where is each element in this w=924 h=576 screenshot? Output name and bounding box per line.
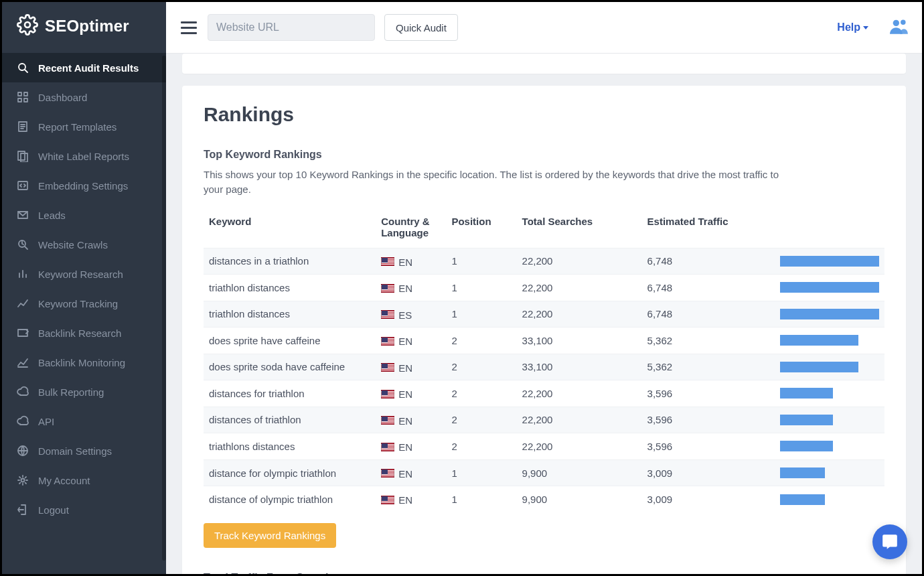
cell-language: EN <box>398 283 412 294</box>
cell-traffic-bar <box>775 433 884 460</box>
cell-keyword: triathlon distances <box>204 275 376 301</box>
sidebar-item-logout[interactable]: Logout <box>2 495 166 524</box>
us-flag-icon <box>381 310 394 319</box>
cell-traffic: 3,596 <box>642 407 775 433</box>
chevron-down-icon <box>863 26 868 29</box>
cell-traffic-bar <box>775 248 884 275</box>
cell-keyword: triathlon distances <box>204 301 376 328</box>
cell-keyword: distances of triathlon <box>204 407 376 433</box>
cell-searches: 33,100 <box>517 354 642 380</box>
cell-keyword: distances for triathlon <box>204 380 376 407</box>
cell-position: 1 <box>446 275 516 301</box>
sidebar-item-label: Backlink Monitoring <box>38 357 125 368</box>
cell-keyword: distance for olympic triathlon <box>204 459 376 486</box>
embed-icon <box>17 179 29 192</box>
sidebar-item-website-crawls[interactable]: Website Crawls <box>2 230 166 259</box>
us-flag-icon <box>381 390 394 399</box>
brand-name: SEOptimer <box>45 17 129 35</box>
cell-country-lang: EN <box>376 275 446 301</box>
cell-traffic: 6,748 <box>642 248 775 275</box>
cell-country-lang: EN <box>376 433 446 460</box>
cell-country-lang: EN <box>376 328 446 354</box>
cell-position: 2 <box>446 407 516 433</box>
sidebar-item-bulk-reporting[interactable]: Bulk Reporting <box>2 377 166 407</box>
cell-searches: 22,200 <box>517 275 642 301</box>
cell-country-lang: EN <box>376 459 446 486</box>
section-title: Top Keyword Rankings <box>204 149 884 161</box>
help-dropdown[interactable]: Help <box>837 21 868 33</box>
table-row: does sprite soda have caffeineEN233,1005… <box>204 354 884 380</box>
track-keyword-rankings-button[interactable]: Track Keyword Rankings <box>204 523 336 548</box>
table-row: distances for triathlonEN222,2003,596 <box>204 380 884 407</box>
svg-line-2 <box>25 70 27 72</box>
cell-language: EN <box>398 336 412 347</box>
svg-point-19 <box>21 479 25 482</box>
table-row: distance for olympic triathlonEN19,9003,… <box>204 459 884 486</box>
cell-searches: 9,900 <box>517 459 642 486</box>
section-description: This shows your top 10 Keyword Rankings … <box>204 167 779 197</box>
table-row: triathlon distancesES122,2006,748 <box>204 301 884 328</box>
svg-rect-4 <box>24 92 27 96</box>
sidebar-item-backlink-monitoring[interactable]: Backlink Monitoring <box>2 348 166 377</box>
cell-keyword: distance of olympic triathlon <box>204 486 376 512</box>
svg-point-21 <box>901 19 905 24</box>
prev-card-bottom <box>182 54 906 74</box>
cell-traffic-bar <box>775 380 884 407</box>
col-keyword: Keyword <box>204 209 376 248</box>
sidebar-item-api[interactable]: API <box>2 407 166 436</box>
traffic-bar <box>780 282 879 293</box>
cell-language: EN <box>398 467 412 479</box>
sidebar-item-recent-audit-results[interactable]: Recent Audit Results <box>2 53 166 82</box>
table-row: triathlon distancesEN122,2006,748 <box>204 275 884 301</box>
traffic-bar <box>780 415 832 425</box>
menu-toggle-icon[interactable] <box>179 18 198 37</box>
rankings-table: Keyword Country & Language Position Tota… <box>204 209 884 512</box>
gear-logo-icon <box>17 14 38 38</box>
content-scroll[interactable]: Rankings Top Keyword Rankings This shows… <box>166 54 922 574</box>
cell-position: 2 <box>446 328 516 354</box>
cell-traffic-bar <box>775 486 884 512</box>
main-area: Quick Audit Help Rankings Top Keyword Ra… <box>166 2 922 574</box>
cell-country-lang: EN <box>376 407 446 433</box>
sidebar-scrollbar[interactable] <box>162 56 166 561</box>
chat-fab-icon[interactable] <box>872 524 907 559</box>
cell-keyword: triathlons distances <box>204 433 376 460</box>
brand-logo[interactable]: SEOptimer <box>2 2 166 53</box>
quick-audit-button[interactable]: Quick Audit <box>384 14 458 41</box>
cell-traffic-bar <box>775 354 884 380</box>
us-flag-icon <box>381 496 394 504</box>
cell-traffic-bar <box>775 407 884 433</box>
cell-language: EN <box>398 415 412 426</box>
chart-line-icon <box>17 297 29 309</box>
sidebar-item-embedding-settings[interactable]: Embedding Settings <box>2 171 166 200</box>
col-position: Position <box>446 209 516 248</box>
cell-traffic-bar <box>775 459 884 486</box>
help-label: Help <box>837 21 860 33</box>
sidebar-item-my-account[interactable]: My Account <box>2 465 166 495</box>
sidebar-item-label: Report Templates <box>38 121 117 133</box>
table-row: triathlons distancesEN222,2003,596 <box>204 433 884 460</box>
cell-language: EN <box>398 441 412 453</box>
crawl-icon <box>17 238 29 250</box>
sidebar-item-white-label-reports[interactable]: White Label Reports <box>2 141 166 171</box>
sidebar-item-backlink-research[interactable]: Backlink Research <box>2 318 166 348</box>
website-url-input[interactable] <box>208 14 375 41</box>
cell-traffic-bar <box>775 328 884 354</box>
chart-bar-icon <box>17 268 29 280</box>
us-flag-icon <box>381 284 394 293</box>
cell-country-lang: EN <box>376 380 446 407</box>
sidebar-item-dashboard[interactable]: Dashboard <box>2 82 166 112</box>
cell-keyword: distances in a triathlon <box>204 248 376 275</box>
template-icon <box>17 121 29 133</box>
svg-rect-9 <box>21 153 27 162</box>
cell-searches: 22,200 <box>517 248 642 275</box>
svg-point-0 <box>25 22 30 27</box>
sidebar-item-keyword-research[interactable]: Keyword Research <box>2 259 166 289</box>
users-icon[interactable] <box>890 18 909 37</box>
sidebar-item-leads[interactable]: Leads <box>2 200 166 230</box>
sidebar-item-keyword-tracking[interactable]: Keyword Tracking <box>2 289 166 318</box>
sidebar-item-domain-settings[interactable]: Domain Settings <box>2 436 166 465</box>
cell-traffic: 3,596 <box>642 380 775 407</box>
sidebar-item-report-templates[interactable]: Report Templates <box>2 112 166 141</box>
dashboard-icon <box>17 91 29 103</box>
